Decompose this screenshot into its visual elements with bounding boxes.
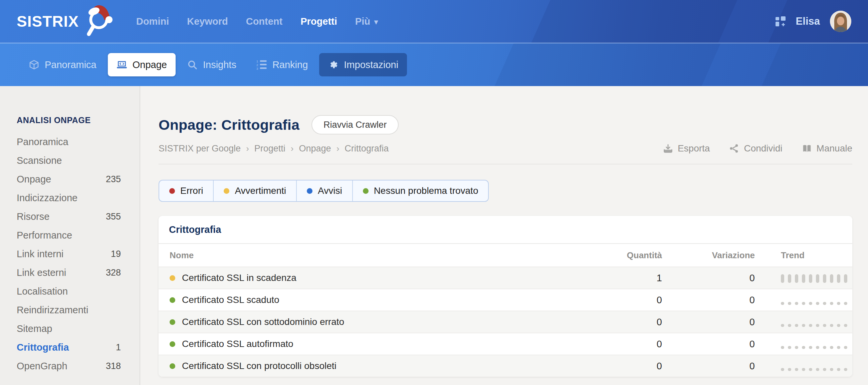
sidebar-item-count: 235: [106, 174, 121, 185]
row-name: Certificato SSL con sottodominio errato: [182, 317, 344, 327]
trend-bar: [816, 346, 819, 349]
row-name: Certificato SSL scaduto: [182, 295, 279, 305]
trend-bar: [781, 274, 784, 283]
status-dot: [169, 188, 175, 194]
trend-bar: [837, 302, 840, 305]
table-row[interactable]: Certificato SSL con sottodominio errato0…: [159, 311, 852, 333]
primary-nav-item-progetti[interactable]: Progetti: [301, 16, 337, 27]
cell-nome: Certificato SSL con sottodominio errato: [159, 317, 589, 327]
table-row[interactable]: Certificato SSL con protocolli obsoleti0…: [159, 355, 852, 377]
trend-bar: [809, 368, 812, 371]
esporta-button[interactable]: Esporta: [663, 143, 710, 154]
sidebar-item-reindirizzamenti[interactable]: Reindirizzamenti: [0, 300, 140, 319]
primary-nav-item-più[interactable]: Più▾: [355, 16, 378, 27]
page-title: Onpage: Crittografia: [159, 117, 300, 133]
trend-bar: [781, 324, 784, 327]
card-title: Crittografia: [159, 216, 852, 244]
trend-bar: [830, 324, 833, 327]
primary-nav-item-content[interactable]: Content: [246, 16, 283, 27]
sidebar-list: PanoramicaScansioneOnpage235Indicizzazio…: [0, 132, 140, 375]
filter-errori[interactable]: Errori: [159, 181, 213, 201]
table-row[interactable]: Certificato SSL autofirmato00: [159, 333, 852, 355]
sidebar-item-label: Reindirizzamenti: [17, 304, 88, 316]
breadcrumb-item[interactable]: Progetti: [254, 143, 285, 154]
sidebar-item-label: Crittografia: [17, 342, 69, 353]
trend-bar: [788, 324, 791, 327]
table-row[interactable]: Certificato SSL scaduto00: [159, 289, 852, 311]
status-dot: [363, 188, 369, 194]
condividi-button[interactable]: Condividi: [729, 143, 782, 154]
filter-avvertimenti[interactable]: Avvertimenti: [213, 181, 296, 201]
trend-bar: [809, 324, 812, 327]
trend-bar: [781, 302, 784, 305]
sidebar-item-scansione[interactable]: Scansione: [0, 151, 140, 170]
table-body: Certificato SSL in scadenza10Certificato…: [159, 267, 852, 377]
primary-nav: DominiKeywordContentProgettiPiù▾: [136, 16, 378, 27]
sidebar-item-link-esterni[interactable]: Link esterni328: [0, 263, 140, 282]
sidebar-item-count: 318: [106, 361, 121, 371]
status-dot-ok: [169, 319, 175, 325]
manuale-button[interactable]: Manuale: [802, 143, 852, 154]
trend-bar: [837, 346, 840, 349]
cell-variazione: 0: [676, 339, 769, 350]
column-header-trend[interactable]: Trend: [769, 250, 852, 261]
breadcrumb-item[interactable]: SISTRIX per Google: [159, 143, 241, 154]
breadcrumb-separator: ›: [337, 143, 340, 154]
primary-nav-item-domini[interactable]: Domini: [136, 16, 169, 27]
column-header-quantita[interactable]: Quantità: [589, 250, 676, 261]
cell-quantita: 0: [589, 317, 676, 328]
sidebar-item-localisation[interactable]: Localisation: [0, 282, 140, 300]
sidebar-item-indicizzazione[interactable]: Indicizzazione: [0, 189, 140, 207]
tab-impostazioni[interactable]: Impostazioni: [319, 53, 407, 76]
cell-variazione: 0: [676, 272, 769, 284]
chevron-down-icon: ▾: [374, 18, 378, 26]
trend-bar: [795, 346, 798, 349]
sidebar-item-panoramica[interactable]: Panoramica: [0, 132, 140, 151]
user-avatar[interactable]: [830, 11, 851, 32]
sidebar-item-risorse[interactable]: Risorse355: [0, 207, 140, 226]
breadcrumb-item[interactable]: Crittografia: [344, 143, 389, 154]
table-row[interactable]: Certificato SSL in scadenza10: [159, 267, 852, 289]
navbar-facet: [489, 43, 727, 86]
search-icon: [187, 59, 198, 70]
navbar-facet: [756, 43, 868, 86]
breadcrumb-item[interactable]: Onpage: [299, 143, 331, 154]
filter-avvisi[interactable]: Avvisi: [296, 181, 352, 201]
trend-sparkline: [769, 311, 852, 332]
trend-bar: [823, 368, 826, 371]
trend-bar: [788, 346, 791, 349]
sidebar-item-onpage[interactable]: Onpage235: [0, 170, 140, 189]
trend-bar: [795, 302, 798, 305]
sistrix-logo[interactable]: SISTRIX: [17, 4, 114, 38]
apps-grid-icon[interactable]: [775, 16, 786, 27]
table-header-row: Nome Quantità Variazione Trend: [159, 244, 852, 267]
status-dot-ok: [169, 341, 175, 347]
sidebar-item-crittografia[interactable]: Crittografia1: [0, 338, 140, 357]
column-header-variazione[interactable]: Variazione: [676, 250, 769, 261]
cube-icon: [29, 59, 39, 70]
sidebar-item-sitemap[interactable]: Sitemap: [0, 319, 140, 338]
restart-crawler-button[interactable]: Riavvia Crawler: [311, 115, 399, 134]
cell-variazione: 0: [676, 317, 769, 328]
tab-insights[interactable]: Insights: [178, 53, 245, 76]
trend-bar: [844, 274, 847, 283]
cell-quantita: 0: [589, 339, 676, 350]
cell-quantita: 1: [589, 272, 676, 284]
trend-bar: [781, 346, 784, 349]
sidebar-item-performance[interactable]: Performance: [0, 226, 140, 245]
tab-onpage[interactable]: Onpage: [108, 53, 176, 76]
trend-sparkline: [769, 355, 852, 377]
tab-panoramica[interactable]: Panoramica: [20, 53, 105, 76]
column-header-nome[interactable]: Nome: [159, 250, 589, 261]
breadcrumb: SISTRIX per Google›Progetti›Onpage›Critt…: [159, 143, 389, 154]
sidebar-item-opengraph[interactable]: OpenGraph318: [0, 357, 140, 375]
tab-ranking[interactable]: 123Ranking: [248, 53, 316, 76]
primary-nav-item-keyword[interactable]: Keyword: [187, 16, 228, 27]
sidebar-section-title: ANALISI ONPAGE: [0, 116, 140, 125]
sidebar-item-link-interni[interactable]: Link interni19: [0, 245, 140, 263]
filter-nessun-problema-trovato[interactable]: Nessun problema trovato: [352, 181, 488, 201]
user-name[interactable]: Elisa: [796, 15, 820, 27]
sidebar-item-label: Onpage: [17, 174, 51, 185]
cell-variazione: 0: [676, 361, 769, 372]
primary-nav-label: Keyword: [187, 16, 228, 27]
